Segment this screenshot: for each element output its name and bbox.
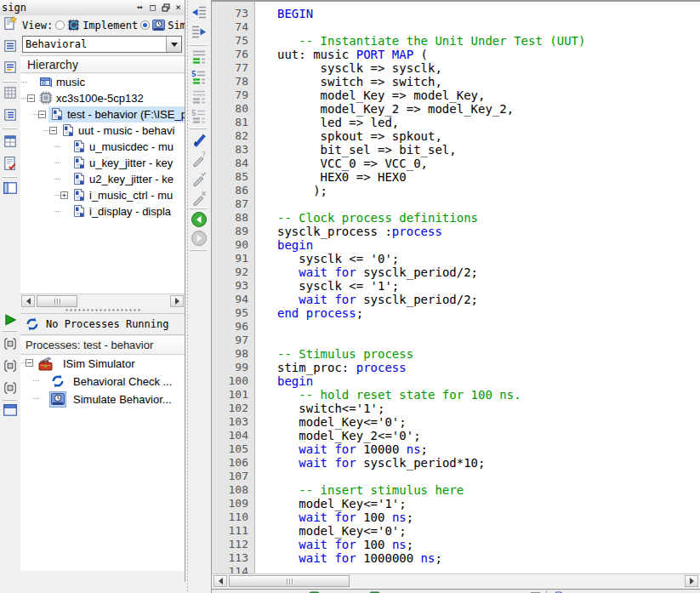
tree-item[interactable]: music [20,74,185,90]
code-line[interactable]: 106 wait for sysclk_period*10; [212,456,700,470]
code-line[interactable]: 99stim_proc: process [212,361,700,374]
float-panel-button[interactable]: ↔ [134,2,146,14]
scrollbar-thumb[interactable] [37,295,77,307]
code-line[interactable]: 98-- Stimulus process [212,347,700,361]
code-line[interactable]: 113 wait for 1000000 ns; [212,551,700,565]
code-line[interactable]: 87 [212,197,700,211]
code-line[interactable]: 75 -- Instantiate the Unit Under Test (U… [212,34,700,48]
tree-item[interactable]: u2_key_jitter - ke [20,171,185,187]
comment-count-gray-icon[interactable]: 5 [191,108,208,125]
code-line[interactable]: 103 model_Key<='0'; [212,415,700,429]
tree-item[interactable]: −ISim Simulator [20,355,185,373]
code-line[interactable]: 85 HEX0 => HEX0 [212,170,700,184]
edit-task-icon[interactable]: ? [191,151,208,168]
grid-icon[interactable] [3,85,18,100]
run-process-icon[interactable] [3,312,18,328]
tree-item[interactable]: +i_music_ctrl - mu [20,187,185,203]
code-line[interactable]: 80 model_Key_2 => model_Key_2, [212,102,700,116]
edit-delete-icon[interactable] [191,190,208,207]
comment-gray-icon[interactable] [191,88,208,105]
code-line[interactable]: 109 model_Key<='1'; [212,497,700,510]
tree-item[interactable]: Behavioral Check ... [20,373,185,391]
code-line[interactable]: 90begin [212,238,700,252]
code-line[interactable]: 76uut: music PORT MAP ( [212,48,700,61]
expander-minus-icon[interactable]: − [38,111,46,118]
code-line[interactable]: 73BEGIN [212,7,700,20]
scroll-left-button[interactable] [213,575,227,587]
code-line[interactable]: 89sysclk_process :process [212,225,700,238]
tree-item[interactable]: u_key_jitter - key [20,155,185,171]
simulation-radio[interactable] [140,20,150,30]
code-line[interactable]: 79 model_Key => model_Key, [212,88,700,102]
code-line[interactable]: 84 VCC_0 => VCC_0, [212,157,700,170]
code-line[interactable]: 77 sysclk => sysclk, [212,61,700,75]
tree-item[interactable]: i_display - displa [20,203,185,220]
code-line[interactable]: 104 model_Key_2<='0'; [212,429,700,442]
edit-check-icon[interactable] [191,170,208,187]
window-panel-icon[interactable] [3,402,18,418]
implementation-radio[interactable] [55,20,65,30]
comment-icon[interactable] [191,48,208,66]
code-line[interactable]: 112 wait for 100 ns; [212,538,700,551]
navigate-forward-icon[interactable] [191,230,208,247]
code-line[interactable]: 86 ); [212,184,700,197]
code-line[interactable]: 94 wait for sysclk_period/2; [212,293,700,306]
panel-window-icon[interactable] [3,180,18,196]
view-list-icon[interactable] [3,38,18,54]
code-line[interactable]: 102 switch<='1'; [212,402,700,415]
tree-item[interactable]: −test - behavior (F:\ISE_p [20,106,185,123]
comment-count-icon[interactable]: 5 [191,69,208,86]
code-area[interactable]: 73BEGIN7475 -- Instantiate the Unit Unde… [212,2,700,573]
navigate-back-icon[interactable] [191,211,208,228]
restore-panel-button[interactable] [159,2,172,14]
expander-minus-icon[interactable]: − [49,127,57,134]
expander-plus-icon[interactable]: + [60,191,68,199]
report-icon[interactable] [3,60,18,75]
tree-item[interactable]: −uut - music - behavi [20,123,185,139]
library-list-icon[interactable] [3,107,18,123]
bookmark-icon[interactable] [191,131,208,148]
check-report-icon[interactable] [3,156,18,171]
outdent-icon[interactable] [191,4,208,21]
code-line[interactable]: 111 model_Key<='0'; [212,524,700,538]
code-line[interactable]: 83 bit_sel => bit_sel, [212,143,700,157]
panel-splitter[interactable] [20,307,185,313]
code-line[interactable]: 74 [212,20,700,34]
constraint-chip-icon[interactable] [3,358,18,373]
close-panel-button[interactable]: × [172,2,185,14]
tree-item[interactable]: Simulate Behavior... [20,391,185,408]
expander-minus-icon[interactable]: − [26,359,33,367]
code-line[interactable]: 96 [212,320,700,334]
indent-icon[interactable] [191,24,208,41]
scroll-right-button[interactable] [685,575,698,587]
scroll-right-button[interactable] [170,295,184,307]
scroll-left-button[interactable] [21,295,35,307]
code-line[interactable]: 101 -- hold reset state for 100 ns. [212,388,700,402]
new-document-icon[interactable] [3,15,18,31]
maximize-panel-button[interactable]: □ [146,2,159,14]
constraint-chip-icon[interactable] [3,380,18,396]
tree-item[interactable]: u_musicdec - mu [20,139,185,155]
code-line[interactable]: 107 [212,470,700,483]
constraint-chip-icon[interactable] [3,336,18,351]
code-line[interactable]: 93 sysclk <= '1'; [212,279,700,293]
code-line[interactable]: 108 -- insert stimulus here [212,483,700,497]
code-line[interactable]: 105 wait for 10000 ns; [212,442,700,456]
code-line[interactable]: 114 [212,565,700,573]
code-line[interactable]: 81 led => led, [212,116,700,129]
code-line[interactable]: 97 [212,334,700,347]
code-line[interactable]: 88-- Clock process definitions [212,211,700,225]
scrollbar-thumb[interactable] [229,575,350,587]
code-line[interactable]: 92 wait for sysclk_period/2; [212,265,700,279]
tree-item[interactable]: −xc3s100e-5cp132 [20,90,185,106]
code-line[interactable]: 110 wait for 100 ns; [212,510,700,524]
code-editor[interactable]: 73BEGIN7475 -- Instantiate the Unit Unde… [211,0,700,593]
expander-minus-icon[interactable]: − [27,94,35,102]
dropdown-arrow-icon[interactable] [166,37,181,52]
code-line[interactable]: 100begin [212,374,700,388]
code-line[interactable]: 91 sysclk <= '0'; [212,252,700,265]
code-line[interactable]: 78 switch => switch, [212,75,700,88]
code-line[interactable]: 82 spkout => spkout, [212,129,700,143]
design-view-dropdown[interactable]: Behavioral [22,36,182,53]
code-line[interactable]: 95end process; [212,306,700,320]
